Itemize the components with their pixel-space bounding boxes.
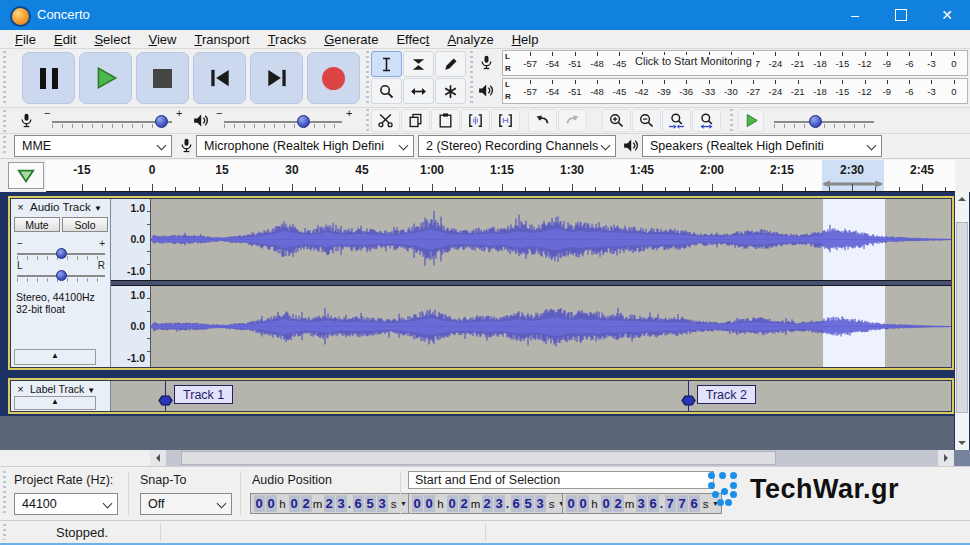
zoom-in-button[interactable] [602, 109, 631, 132]
waveform-channel-2[interactable] [151, 286, 951, 367]
play-speed-slider[interactable] [774, 121, 874, 123]
audio-track-title-menu[interactable]: Audio Track ▼ [30, 201, 102, 213]
paste-button[interactable] [431, 109, 460, 132]
multi-tool-button[interactable] [435, 78, 466, 104]
timeshift-tool-button[interactable] [403, 78, 434, 104]
selection-tool-button[interactable] [371, 51, 402, 77]
maximize-button[interactable] [878, 0, 924, 30]
menu-effect[interactable]: Effect [387, 30, 438, 49]
redo-button[interactable] [558, 109, 587, 132]
skip-start-icon [207, 65, 233, 91]
pan-thumb[interactable] [56, 270, 67, 281]
input-volume-slider[interactable] [52, 121, 172, 123]
record-button[interactable] [307, 52, 360, 104]
play-button[interactable] [79, 52, 132, 104]
transport-toolbar-grip[interactable] [3, 51, 6, 105]
meter-toolbar-grip[interactable] [470, 51, 473, 105]
selection-end-field[interactable]: 00h02m36.776s▼ [562, 493, 722, 514]
scissors-icon [377, 112, 394, 129]
gain-slider[interactable]: − + [17, 241, 105, 263]
time-format-caret-icon[interactable]: ▼ [400, 500, 407, 507]
undo-button[interactable] [528, 109, 557, 132]
horizontal-scroll-thumb[interactable] [181, 451, 775, 465]
zoom-out-button[interactable] [632, 109, 661, 132]
menu-transport[interactable]: Transport [185, 30, 258, 49]
mute-button[interactable]: Mute [14, 217, 60, 232]
scroll-left-button[interactable] [150, 450, 166, 466]
pause-button[interactable] [22, 52, 75, 104]
recording-meter[interactable]: LR -57-54-51-48-45-42-39-36-33-30-27-24-… [502, 50, 968, 76]
mixer-toolbar-grip[interactable] [3, 110, 6, 132]
menu-generate[interactable]: Generate [315, 30, 387, 49]
label-track-close-button[interactable]: × [14, 383, 27, 396]
menu-help[interactable]: Help [503, 30, 548, 49]
transcription-toolbar-grip[interactable] [730, 109, 733, 133]
selection-start-field[interactable]: 00h02m23.653s▼ [408, 493, 568, 514]
menu-tracks[interactable]: Tracks [259, 30, 316, 49]
snap-to-select[interactable]: Off [140, 493, 232, 515]
menu-analyze[interactable]: Analyze [438, 30, 502, 49]
label-text[interactable]: Track 1 [174, 385, 233, 404]
playback-meter[interactable]: LR -57-54-51-48-45-42-39-36-33-30-27-24-… [502, 78, 968, 104]
scroll-up-button[interactable] [955, 192, 969, 206]
trim-audio-button[interactable] [461, 109, 490, 132]
label-track-collapse-button[interactable]: ▲ [14, 396, 96, 410]
vertical-scroll-thumb[interactable] [956, 222, 968, 413]
selection-toolbar-grip[interactable] [3, 471, 6, 515]
label-track-content[interactable]: Track 1Track 2 [111, 381, 951, 411]
zoom-fit-button[interactable] [692, 109, 721, 132]
scroll-right-button[interactable] [938, 450, 954, 466]
copy-button[interactable] [401, 109, 430, 132]
trim-icon [467, 112, 484, 129]
audio-host-select[interactable]: MME [14, 135, 172, 157]
menu-file[interactable]: File [6, 30, 45, 49]
label-track-title-menu[interactable]: Label Track ▼ [30, 383, 95, 395]
recording-device-select[interactable]: Microphone (Realtek High Defini [196, 135, 414, 157]
label-marker-handle-icon[interactable] [158, 393, 173, 411]
recording-meter-overlay[interactable]: Click to Start Monitoring [631, 55, 756, 67]
pan-slider[interactable]: L R [17, 263, 105, 285]
playback-device-select[interactable]: Speakers (Realtek High Definiti [642, 135, 882, 157]
silence-audio-button[interactable] [491, 109, 520, 132]
vertical-scrollbar[interactable] [955, 192, 969, 450]
audio-track-collapse-button[interactable]: ▲ [14, 349, 96, 365]
zoom-selection-button[interactable] [662, 109, 691, 132]
envelope-tool-button[interactable] [403, 51, 434, 77]
menu-select[interactable]: Select [85, 30, 139, 49]
timeline-ruler[interactable]: -1501530451:001:151:301:452:002:152:302:… [46, 160, 955, 193]
label-marker-handle-icon[interactable] [681, 393, 696, 411]
empty-track-space[interactable] [0, 416, 954, 450]
menu-edit[interactable]: Edit [45, 30, 85, 49]
scroll-down-button[interactable] [955, 436, 969, 450]
zoom-tool-button[interactable] [371, 78, 402, 104]
close-button[interactable]: ✕ [924, 0, 970, 30]
output-volume-thumb[interactable] [297, 115, 310, 128]
skip-to-end-button[interactable] [250, 52, 303, 104]
stop-button[interactable] [136, 52, 189, 104]
label-text[interactable]: Track 2 [697, 385, 756, 404]
minimize-button[interactable]: – [832, 0, 878, 30]
vertical-ruler-ch1[interactable]: 1.00.0-1.0 [111, 199, 151, 280]
output-volume-slider[interactable] [224, 121, 342, 123]
menu-view[interactable]: View [140, 30, 186, 49]
tools-toolbar-grip[interactable] [366, 51, 369, 105]
solo-button[interactable]: Solo [62, 217, 108, 232]
gain-thumb[interactable] [56, 248, 67, 259]
project-rate-select[interactable]: 44100 [14, 493, 118, 515]
recording-channels-select[interactable]: 2 (Stereo) Recording Channels [418, 135, 616, 157]
audio-track-close-button[interactable]: × [14, 201, 27, 214]
waveform-channel-1[interactable] [151, 199, 951, 280]
cut-button[interactable] [371, 109, 400, 132]
input-volume-thumb[interactable] [155, 115, 168, 128]
quick-play-pin-button[interactable] [8, 162, 44, 189]
vertical-ruler-ch2[interactable]: 1.00.0-1.0 [111, 286, 151, 367]
selection-mode-dropdown[interactable]: Start and End of Selection [408, 471, 714, 489]
play-at-speed-button[interactable] [738, 109, 764, 132]
skip-to-start-button[interactable] [193, 52, 246, 104]
play-speed-thumb[interactable] [809, 115, 822, 128]
draw-tool-button[interactable] [435, 51, 466, 77]
audio-position-field[interactable]: 00h02m23.653s▼ [250, 493, 410, 514]
edit-toolbar-grip[interactable] [366, 109, 369, 133]
device-toolbar-grip[interactable] [3, 136, 6, 156]
horizontal-scrollbar[interactable] [150, 450, 954, 466]
